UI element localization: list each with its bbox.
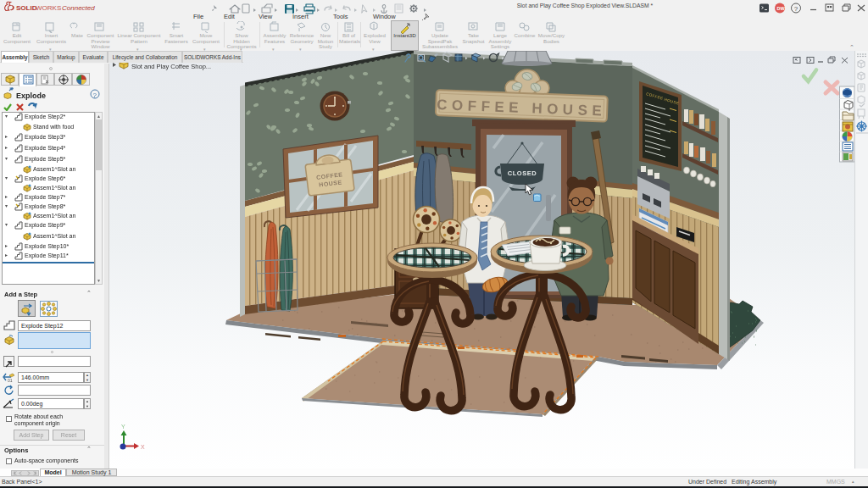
svg-text:SOLID: SOLID — [16, 4, 37, 12]
svg-text:Connected: Connected — [62, 4, 95, 12]
svg-text:CLOSED: CLOSED — [508, 169, 537, 177]
svg-text:Slot and Play Coffee Shop...: Slot and Play Coffee Shop... — [131, 63, 211, 70]
svg-text:?: ? — [794, 5, 798, 13]
svg-text:WORKS: WORKS — [36, 4, 61, 12]
svg-text:DW: DW — [777, 6, 786, 11]
svg-text:Explode: Explode — [16, 92, 46, 100]
svg-text:01: 01 — [8, 378, 13, 383]
svg-text:?: ? — [93, 92, 97, 99]
svg-text:X: X — [141, 444, 145, 450]
svg-text:Y: Y — [121, 424, 125, 430]
